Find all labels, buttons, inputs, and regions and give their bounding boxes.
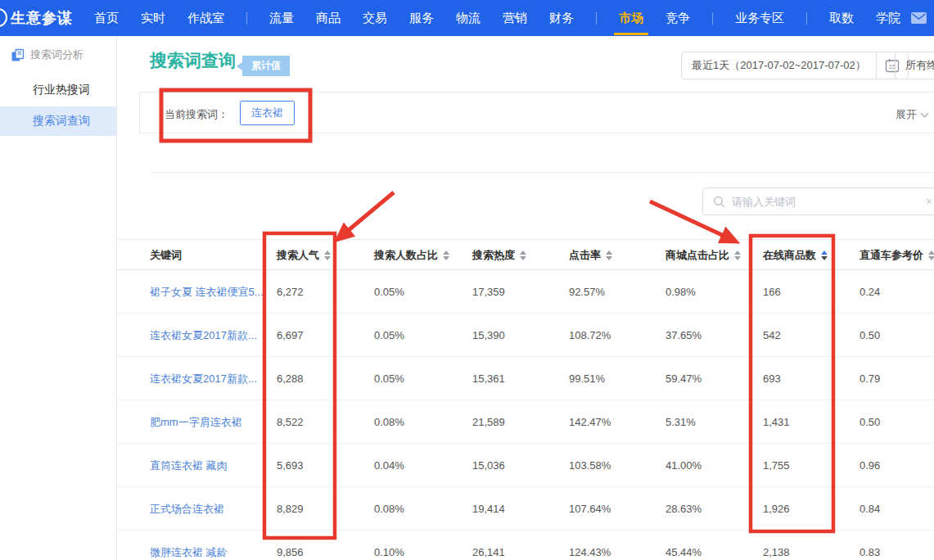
- current-keyword-tag[interactable]: 连衣裙: [240, 101, 295, 125]
- cell: 5,693: [277, 444, 304, 487]
- cell: 21,589: [472, 400, 505, 444]
- cell: 0.96: [860, 444, 880, 487]
- expand-label: 展开: [896, 107, 917, 122]
- sort-icon[interactable]: [928, 251, 934, 260]
- terminal-filter-dropdown[interactable]: 所有终端: [895, 52, 934, 79]
- cell: 0.04%: [374, 444, 404, 487]
- keyword-link[interactable]: 连衣裙女夏2017新款...: [150, 314, 257, 357]
- cell: 0.05%: [374, 314, 404, 357]
- cell: 19,414: [472, 487, 505, 531]
- nav-item-0-2[interactable]: 作战室: [187, 11, 224, 26]
- table-row-5: 正式场合连衣裙8,8290.08%19,414107.64%28.63%1,92…: [117, 487, 934, 531]
- column-header-5[interactable]: 商城点击占比: [666, 240, 741, 271]
- nav-item-1-3[interactable]: 服务: [409, 11, 434, 26]
- nav-item-2-0[interactable]: 市场: [619, 11, 643, 26]
- nav-item-1-4[interactable]: 物流: [456, 11, 481, 26]
- column-label: 搜索人气: [277, 248, 319, 263]
- nav-item-0-1[interactable]: 实时: [141, 11, 165, 26]
- cell: 9,856: [277, 531, 304, 560]
- cell: 124.43%: [569, 531, 611, 560]
- sort-icon[interactable]: [606, 251, 612, 260]
- sidebar-item-industry-hot-words[interactable]: 行业热搜词: [0, 83, 116, 97]
- search-terms-table: 关键词搜索人气搜索人数占比搜索热度点击率商城点击占比在线商品数直通车参考价 裙子…: [117, 239, 934, 560]
- cell: 0.08%: [374, 487, 404, 531]
- nav-item-4-1[interactable]: 学院: [876, 11, 900, 26]
- nav-divider: [246, 12, 247, 25]
- nav-item-1-1[interactable]: 商品: [316, 11, 341, 26]
- table-row-1: 连衣裙女夏2017新款...6,6970.05%15,390108.72%37.…: [117, 314, 934, 357]
- keyword-link[interactable]: 直筒连衣裙 藏肉: [150, 444, 228, 487]
- column-label: 商城点击占比: [666, 248, 729, 263]
- cell: 37.65%: [666, 314, 702, 357]
- nav-item-0-0[interactable]: 首页: [94, 11, 119, 26]
- cell: 1,431: [763, 400, 790, 444]
- nav-item-1-2[interactable]: 交易: [363, 11, 387, 26]
- cell: 41.00%: [666, 444, 702, 487]
- sidebar: 搜索词分析 行业热搜词 搜索词查询: [0, 36, 117, 560]
- table-row-0: 裙子女夏 连衣裙便宜5...6,2720.05%17,35992.57%0.98…: [117, 270, 934, 314]
- cell: 107.64%: [569, 487, 611, 531]
- cell: 6,697: [277, 314, 304, 357]
- sort-icon[interactable]: [520, 251, 526, 260]
- cell: 59.47%: [666, 357, 702, 400]
- cell: 17,359: [472, 270, 505, 314]
- sort-icon[interactable]: [734, 251, 741, 260]
- table-row-4: 直筒连衣裙 藏肉5,6930.04%15,036103.58%41.00%1,7…: [117, 444, 934, 487]
- date-range-selector[interactable]: 最近1天（2017-07-02~2017-07-02） 15: [681, 52, 909, 79]
- keyword-link[interactable]: 肥mm一字肩连衣裙: [150, 400, 242, 444]
- app-logo[interactable]: 生意参谋: [11, 8, 73, 28]
- cell: 0.79: [860, 357, 880, 400]
- cell: 6,272: [277, 270, 304, 314]
- keyword-link[interactable]: 微胖连衣裙 减龄: [150, 531, 228, 560]
- mail-icon[interactable]: [911, 12, 927, 27]
- search-analysis-icon: [11, 48, 25, 62]
- sort-icon[interactable]: [324, 251, 331, 260]
- column-label: 关键词: [150, 248, 182, 263]
- cell: 8,522: [277, 400, 304, 444]
- search-input[interactable]: [732, 196, 934, 208]
- nav-item-1-6[interactable]: 财务: [549, 11, 574, 26]
- column-header-3[interactable]: 搜索热度: [472, 240, 526, 271]
- nav-item-1-5[interactable]: 营销: [503, 11, 527, 26]
- table-body: 裙子女夏 连衣裙便宜5...6,2720.05%17,35992.57%0.98…: [117, 270, 934, 560]
- keyword-link[interactable]: 连衣裙女夏2017新款...: [150, 357, 257, 400]
- cell: 8,829: [277, 487, 304, 531]
- column-header-6[interactable]: 在线商品数: [763, 240, 828, 271]
- column-header-4[interactable]: 点击率: [569, 240, 612, 271]
- page-title: 搜索词查询: [150, 49, 236, 72]
- cell: 5.31%: [666, 400, 696, 444]
- nav-divider: [806, 12, 807, 25]
- sidebar-group-label: 搜索词分析: [30, 47, 83, 62]
- cell: 0.50: [860, 400, 880, 444]
- keyword-link[interactable]: 裙子女夏 连衣裙便宜5...: [150, 270, 264, 314]
- clear-icon[interactable]: ×: [926, 195, 932, 208]
- sort-icon[interactable]: [443, 251, 449, 260]
- column-header-1[interactable]: 搜索人气: [277, 240, 331, 271]
- sort-icon[interactable]: [821, 251, 828, 260]
- cell: 15,036: [472, 444, 505, 487]
- keyword-link[interactable]: 正式场合连衣裙: [150, 487, 224, 531]
- nav-item-4-0[interactable]: 取数: [829, 11, 854, 26]
- column-label: 点击率: [569, 248, 601, 263]
- nav-item-1-0[interactable]: 流量: [269, 11, 294, 26]
- cell: 0.98%: [666, 270, 696, 314]
- cell: 0.24: [860, 270, 880, 314]
- cell: 26,141: [472, 531, 505, 560]
- top-navigation: 生意参谋 首页实时作战室流量商品交易服务物流营销财务市场竞争业务专区取数学院: [0, 0, 934, 36]
- nav-divider: [712, 12, 713, 25]
- sidebar-item-search-term-query[interactable]: 搜索词查询: [0, 106, 116, 136]
- search-icon: [713, 196, 725, 208]
- nav-item-2-1[interactable]: 竞争: [666, 11, 690, 26]
- table-row-2: 连衣裙女夏2017新款...6,2880.05%15,36199.51%59.4…: [117, 357, 934, 400]
- column-header-7[interactable]: 直通车参考价: [860, 240, 934, 271]
- chevron-down-icon: [921, 109, 929, 117]
- cell: 1,926: [763, 487, 790, 531]
- cell: 45.44%: [666, 531, 702, 560]
- column-header-2[interactable]: 搜索人数占比: [374, 240, 449, 271]
- column-label: 在线商品数: [763, 248, 816, 263]
- cell: 108.72%: [569, 314, 611, 357]
- expand-toggle[interactable]: 展开: [896, 107, 927, 122]
- nav-item-3-0[interactable]: 业务专区: [735, 11, 784, 26]
- logo-icon: [0, 8, 7, 27]
- section-divider: [150, 172, 934, 173]
